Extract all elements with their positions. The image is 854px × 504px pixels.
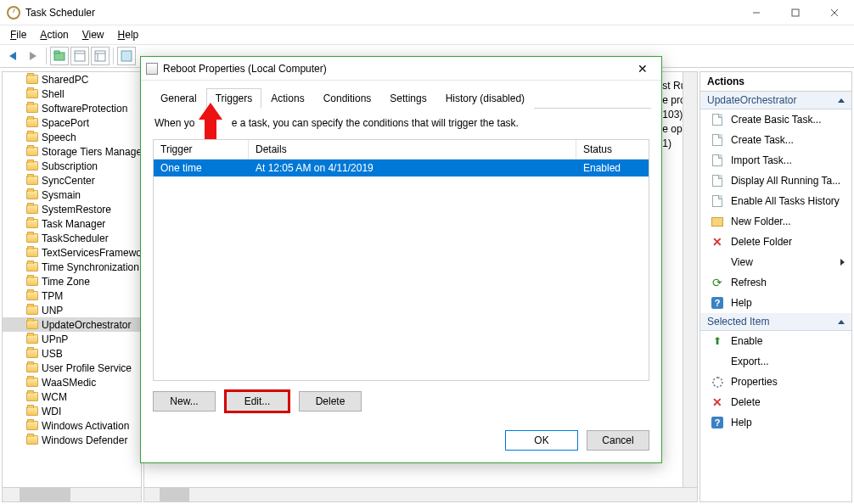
help-icon: ?: [711, 416, 724, 429]
menu-file[interactable]: File: [5, 27, 31, 42]
tree-item[interactable]: User Profile Service: [3, 361, 141, 375]
tree-item-label: Task Manager: [42, 218, 105, 230]
tab-history[interactable]: History (disabled): [436, 88, 534, 109]
toolbar-btn-3[interactable]: [91, 47, 110, 65]
task-icon: [711, 113, 724, 126]
actions-group-selected[interactable]: Selected Item: [700, 313, 851, 331]
folder-icon: [26, 392, 38, 401]
triggers-table[interactable]: Trigger Details Status One time At 12:05…: [153, 139, 649, 381]
tree-item[interactable]: Speech: [3, 130, 141, 144]
minimize-button[interactable]: [737, 0, 776, 25]
toolbar-btn-2[interactable]: [70, 47, 89, 65]
action-label: Export...: [731, 356, 769, 367]
actions-group-folder[interactable]: UpdateOrchestrator: [700, 92, 851, 109]
tree-item[interactable]: WDI: [3, 404, 141, 418]
action-label: Help: [731, 297, 752, 309]
folder-icon: [26, 132, 38, 142]
folder-tree[interactable]: SharedPCShellSoftwareProtectionSpacePort…: [2, 71, 142, 502]
action-item[interactable]: ?Help: [700, 293, 851, 313]
action-label: Enable All Tasks History: [731, 195, 840, 207]
back-button[interactable]: [3, 47, 22, 65]
col-trigger[interactable]: Trigger: [154, 140, 249, 159]
menu-help[interactable]: Help: [113, 27, 144, 42]
toolbar-btn-1[interactable]: [50, 47, 69, 65]
tree-item[interactable]: SoftwareProtection: [3, 101, 141, 115]
tree-item[interactable]: TPM: [3, 288, 141, 303]
table-header: Trigger Details Status: [154, 140, 649, 160]
tree-item[interactable]: SystemRestore: [3, 202, 141, 216]
svg-rect-6: [75, 51, 85, 61]
folder-icon: [26, 219, 38, 228]
action-item[interactable]: Properties: [700, 372, 851, 392]
tree-item[interactable]: SpacePort: [3, 115, 141, 130]
action-item[interactable]: Create Basic Task...: [700, 109, 851, 130]
actions-header: Actions: [700, 72, 851, 92]
close-button[interactable]: [815, 0, 854, 25]
tree-item[interactable]: SyncCenter: [3, 173, 141, 188]
cancel-button[interactable]: Cancel: [587, 430, 649, 451]
tree-item[interactable]: Time Synchronization: [3, 260, 141, 274]
action-item[interactable]: View: [700, 252, 851, 272]
dialog-titlebar: Reboot Properties (Local Computer) ✕: [141, 57, 661, 81]
tree-item[interactable]: Storage Tiers Management: [3, 144, 141, 159]
action-item[interactable]: Enable All Tasks History: [700, 191, 851, 211]
properties-dialog: Reboot Properties (Local Computer) ✕ Gen…: [140, 56, 662, 463]
tree-item[interactable]: UpdateOrchestrator: [3, 317, 141, 332]
forward-button[interactable]: [24, 47, 42, 65]
tab-settings[interactable]: Settings: [380, 88, 435, 109]
tree-item[interactable]: Sysmain: [3, 188, 141, 202]
list-v-scrollbar[interactable]: [683, 72, 697, 487]
tree-item-label: Subscription: [42, 160, 98, 172]
new-button[interactable]: New...: [153, 391, 216, 412]
table-row[interactable]: One time At 12:05 AM on 4/11/2019 Enable…: [154, 160, 649, 176]
tree-item[interactable]: Time Zone: [3, 274, 141, 288]
tree-item[interactable]: WCM: [3, 389, 141, 404]
folder-icon: [26, 104, 38, 113]
tree-item[interactable]: TextServicesFramework: [3, 245, 141, 260]
action-item[interactable]: Display All Running Ta...: [700, 171, 851, 191]
tree-item[interactable]: USB: [3, 346, 141, 361]
list-icon: [711, 174, 724, 188]
delete-button[interactable]: Delete: [299, 391, 362, 412]
tab-actions[interactable]: Actions: [261, 88, 313, 109]
folder-icon: [26, 262, 38, 272]
list-h-scrollbar[interactable]: [144, 487, 697, 501]
tree-item[interactable]: Windows Defender: [3, 433, 141, 447]
tree-item[interactable]: Subscription: [3, 159, 141, 173]
tree-item[interactable]: UPnP: [3, 332, 141, 346]
enable-icon: ⬆: [711, 334, 724, 348]
tree-item[interactable]: UNP: [3, 303, 141, 317]
col-status[interactable]: Status: [576, 140, 649, 159]
action-item[interactable]: Create Task...: [700, 130, 851, 150]
tree-item[interactable]: WaaSMedic: [3, 375, 141, 389]
tab-general[interactable]: General: [151, 88, 206, 109]
tab-conditions[interactable]: Conditions: [314, 88, 381, 109]
tree-h-scrollbar[interactable]: [3, 487, 141, 501]
maximize-button[interactable]: [776, 0, 815, 25]
edit-button[interactable]: Edit...: [226, 391, 289, 412]
titlebar: Task Scheduler: [0, 0, 854, 25]
action-label: Properties: [731, 376, 778, 388]
action-item[interactable]: New Folder...: [700, 211, 851, 232]
action-item[interactable]: ✕Delete: [700, 392, 851, 412]
import-icon: [711, 154, 724, 167]
menu-view[interactable]: View: [77, 27, 110, 42]
action-item[interactable]: ?Help: [700, 412, 851, 433]
tree-item[interactable]: SharedPC: [3, 72, 141, 87]
folder-icon: [26, 176, 38, 185]
col-details[interactable]: Details: [249, 140, 576, 159]
ok-button[interactable]: OK: [505, 430, 578, 451]
toolbar-btn-4[interactable]: [117, 47, 136, 65]
tree-item[interactable]: TaskScheduler: [3, 231, 141, 245]
tree-item[interactable]: Task Manager: [3, 216, 141, 231]
action-item[interactable]: ⬆Enable: [700, 331, 851, 351]
action-item[interactable]: Export...: [700, 351, 851, 372]
dialog-close-button[interactable]: ✕: [629, 62, 656, 76]
action-item[interactable]: Import Task...: [700, 150, 851, 171]
action-item[interactable]: ✕Delete Folder: [700, 232, 851, 252]
action-item[interactable]: ⟳Refresh: [700, 272, 851, 293]
menu-action[interactable]: Action: [35, 27, 73, 42]
tree-item[interactable]: Windows Activation: [3, 418, 141, 433]
list-icon: [711, 194, 724, 208]
tree-item[interactable]: Shell: [3, 87, 141, 101]
